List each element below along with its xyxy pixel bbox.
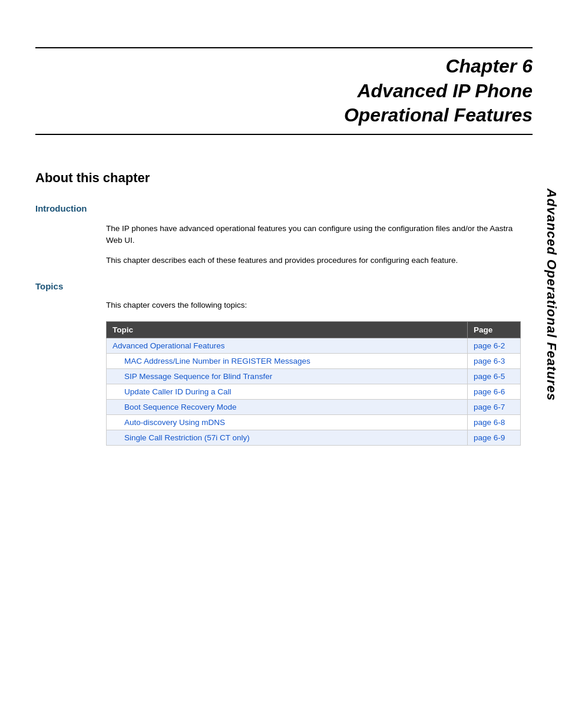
table-row: SIP Message Sequence for Blind Transferp… — [107, 368, 521, 384]
page-wrapper: Advanced Operational Features Chapter 6 … — [0, 47, 562, 728]
bottom-rule — [35, 134, 533, 135]
topic-cell[interactable]: MAC Address/Line Number in REGISTER Mess… — [107, 353, 468, 368]
page-cell[interactable]: page 6-3 — [468, 353, 521, 368]
table-row: Update Caller ID During a Callpage 6-6 — [107, 384, 521, 399]
chapter-title: Chapter 6 Advanced IP Phone Operational … — [35, 54, 533, 128]
intro-para-1: The IP phones have advanced operational … — [106, 223, 521, 247]
topic-cell[interactable]: Update Caller ID During a Call — [107, 384, 468, 399]
topic-cell[interactable]: Single Call Restriction (57i CT only) — [107, 430, 468, 445]
table-row: MAC Address/Line Number in REGISTER Mess… — [107, 353, 521, 368]
topics-intro: This chapter covers the following topics… — [106, 301, 521, 309]
table-row: Auto-discovery Using mDNSpage 6-8 — [107, 414, 521, 430]
page-cell[interactable]: page 6-7 — [468, 399, 521, 414]
col-header-page: Page — [468, 321, 521, 338]
intro-para-2: This chapter describes each of these fea… — [106, 255, 521, 266]
col-header-topic: Topic — [107, 321, 468, 338]
side-tab-text: Advanced Operational Features — [544, 189, 559, 401]
page-cell[interactable]: page 6-5 — [468, 368, 521, 384]
topic-cell[interactable]: Auto-discovery Using mDNS — [107, 414, 468, 430]
table-header-row: Topic Page — [107, 321, 521, 338]
introduction-heading: Introduction — [35, 203, 562, 213]
page-cell[interactable]: page 6-8 — [468, 414, 521, 430]
topic-cell[interactable]: Boot Sequence Recovery Mode — [107, 399, 468, 414]
topic-cell[interactable]: SIP Message Sequence for Blind Transfer — [107, 368, 468, 384]
table-row: Advanced Operational Featurespage 6-2 — [107, 338, 521, 353]
about-heading: About this chapter — [35, 170, 562, 186]
topics-heading: Topics — [35, 281, 562, 291]
topics-table: Topic Page Advanced Operational Features… — [106, 321, 521, 446]
table-row: Single Call Restriction (57i CT only)pag… — [107, 430, 521, 445]
table-row: Boot Sequence Recovery Modepage 6-7 — [107, 399, 521, 414]
side-tab: Advanced Operational Features — [541, 94, 562, 495]
page-cell[interactable]: page 6-9 — [468, 430, 521, 445]
page-cell[interactable]: page 6-2 — [468, 338, 521, 353]
topic-cell[interactable]: Advanced Operational Features — [107, 338, 468, 353]
chapter-heading: Chapter 6 Advanced IP Phone Operational … — [35, 48, 533, 134]
page-cell[interactable]: page 6-6 — [468, 384, 521, 399]
